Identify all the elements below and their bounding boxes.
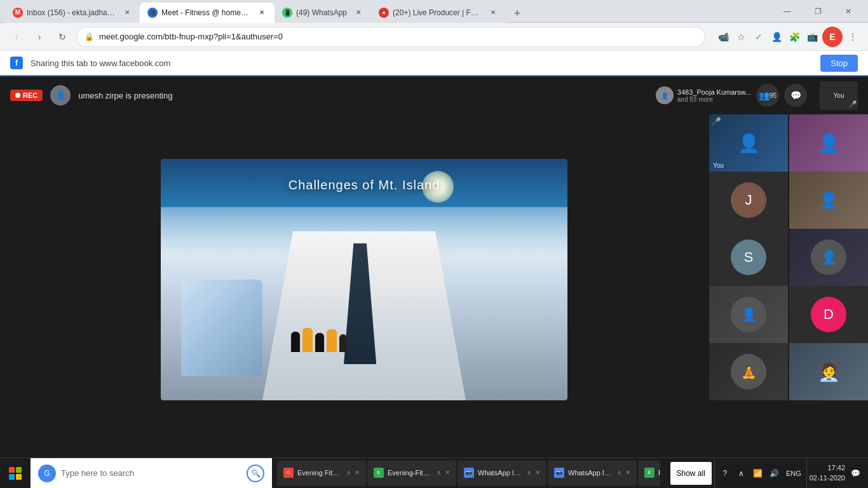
photo3-tile: 👤 bbox=[789, 229, 868, 286]
d-avatar: D bbox=[811, 297, 846, 332]
tab-gmail[interactable]: M Inbox (156) - ekta.jadhav@stmi... ✕ bbox=[5, 3, 140, 23]
photo3-avatar: 👤 bbox=[811, 240, 846, 275]
network-icon[interactable]: 📶 bbox=[750, 466, 766, 481]
recording-badge: REC bbox=[10, 90, 43, 101]
address-icons: 📹 ☆ ✓ 👤 🧩 📺 E ⋮ bbox=[715, 27, 860, 47]
jpeg2-close-icon[interactable]: ✕ bbox=[625, 469, 630, 476]
tab-group: M Inbox (156) - ekta.jadhav@stmi... ✕ 🎥 … bbox=[5, 0, 765, 23]
cast-icon[interactable]: 📺 bbox=[804, 29, 820, 44]
tab-whatsapp[interactable]: 📱 (49) WhatsApp ✕ bbox=[275, 3, 371, 23]
date-display: 02-11-2020 bbox=[810, 473, 845, 483]
side-panel: 👤 You 🎤 👤 J bbox=[709, 76, 868, 458]
tab-meet[interactable]: 🎥 Meet - Fitness @ home batc... ✕ bbox=[140, 3, 275, 23]
taskbar-item-jpeg2[interactable]: 📷 WhatsApp Image....jpeg ∧ ✕ bbox=[548, 461, 637, 486]
win-quad-4 bbox=[16, 474, 22, 480]
camera-icon[interactable]: 📹 bbox=[715, 29, 731, 44]
win-quad-1 bbox=[9, 467, 15, 473]
minimize-button[interactable]: — bbox=[773, 0, 802, 23]
taskbar-right: Show all ? ∧ 📶 🔊 ENG 17:42 02-11-2020 💬 bbox=[660, 458, 868, 489]
forward-button[interactable]: › bbox=[31, 28, 48, 46]
presentation-container: Challenges of Mt. Island bbox=[25, 114, 703, 445]
rec-dot bbox=[15, 93, 20, 98]
j-tile: J bbox=[709, 172, 788, 229]
slide-background: Challenges of Mt. Island bbox=[161, 159, 567, 400]
csv1-file-icon: E bbox=[374, 468, 384, 478]
notification-icon[interactable]: 💬 bbox=[848, 466, 863, 481]
bookmark-icon[interactable]: ☆ bbox=[733, 29, 749, 44]
stop-button[interactable]: Stop bbox=[820, 55, 858, 72]
start-button[interactable] bbox=[0, 458, 31, 489]
participants-button[interactable]: 👥 95 bbox=[756, 84, 779, 107]
you-label-top: You bbox=[834, 92, 844, 99]
meet-favicon: 🎥 bbox=[147, 8, 158, 18]
extensions-icon[interactable]: 🧩 bbox=[787, 29, 802, 44]
presentation-slide: Challenges of Mt. Island bbox=[161, 159, 567, 400]
taskbar-item-csv2[interactable]: E FYBCom-C (2020-1....csv ∧ ✕ bbox=[638, 461, 660, 486]
jpeg1-caret-icon: ∧ bbox=[527, 469, 531, 476]
jpeg1-file-icon: 📷 bbox=[464, 468, 474, 478]
participants-icon: 👥 bbox=[759, 90, 770, 100]
taskbar-item-csv1[interactable]: E Evening-Fitness-Ba....csv ∧ ✕ bbox=[367, 461, 456, 486]
profile-icon[interactable]: 👤 bbox=[769, 29, 784, 44]
search-circle-icon[interactable]: 🔍 bbox=[247, 464, 264, 482]
presenter-avatar: 👤 bbox=[50, 85, 71, 105]
taskbar-item-html-label: Evening Fitness B....html bbox=[297, 469, 342, 477]
meet-area: REC 👤 umesh zirpe is presenting 👤 3483_P… bbox=[0, 76, 868, 458]
menu-icon[interactable]: ⋮ bbox=[845, 29, 860, 44]
show-all-button[interactable]: Show all bbox=[670, 462, 712, 485]
photo6-person: 🧑‍💼 bbox=[818, 362, 840, 383]
csv1-close-icon[interactable]: ✕ bbox=[445, 469, 450, 476]
jpeg2-caret-icon: ∧ bbox=[617, 469, 621, 476]
account-avatar[interactable]: E bbox=[822, 27, 843, 47]
participant-count: 95 bbox=[770, 92, 776, 99]
whatsapp-favicon: 📱 bbox=[282, 8, 292, 18]
volume-icon[interactable]: 🔊 bbox=[767, 466, 782, 481]
search-placeholder-text: Type here to search bbox=[61, 468, 241, 478]
win-quad-2 bbox=[16, 467, 22, 473]
chat-icon: 💬 bbox=[790, 90, 801, 100]
close-button[interactable]: ✕ bbox=[834, 0, 863, 23]
mute-indicator: 🎤 bbox=[849, 97, 857, 109]
participant-avatar: 👤 bbox=[656, 86, 674, 104]
clock-area[interactable]: 17:42 02-11-2020 bbox=[810, 463, 845, 483]
refresh-button[interactable]: ↻ bbox=[53, 28, 71, 46]
excel-icon-2: E bbox=[648, 470, 651, 475]
top-right-bg: 👤 bbox=[789, 114, 868, 172]
top-right-tile: 👤 bbox=[789, 114, 868, 172]
back-button[interactable]: ‹ bbox=[8, 28, 25, 46]
url-text: meet.google.com/btb-fnup-mxp?pli=1&authu… bbox=[99, 32, 697, 41]
presenter-text: umesh zirpe is presenting bbox=[78, 91, 172, 100]
taskbar: G Type here to search 🔍 G Evening Fitnes… bbox=[0, 458, 868, 488]
search-logo-icon: G bbox=[44, 469, 50, 478]
tab-whatsapp-close[interactable]: ✕ bbox=[353, 8, 363, 18]
title-bar: M Inbox (156) - ekta.jadhav@stmi... ✕ 🎥 … bbox=[0, 0, 868, 23]
checkmark-icon[interactable]: ✓ bbox=[751, 29, 766, 44]
meet-top-icons: 👥 95 💬 bbox=[756, 84, 807, 107]
photo5-avatar: 🧘 bbox=[731, 354, 766, 390]
climbers-group bbox=[291, 328, 347, 352]
photo2-person: 👤 bbox=[819, 191, 838, 209]
taskbar-item-html[interactable]: G Evening Fitness B....html ∧ ✕ bbox=[277, 461, 366, 486]
jpeg1-close-icon[interactable]: ✕ bbox=[535, 469, 540, 476]
magnifier-icon: 🔍 bbox=[251, 469, 261, 478]
facebook-share-icon: f bbox=[10, 57, 23, 69]
you-tile-label: You bbox=[713, 162, 724, 169]
tab-gmail-close[interactable]: ✕ bbox=[122, 8, 132, 18]
d-tile: D bbox=[789, 286, 868, 343]
lock-icon: 🔒 bbox=[85, 32, 94, 41]
new-tab-button[interactable]: + bbox=[508, 5, 526, 23]
tab-facebook[interactable]: ● (20+) Live Producer | Facebo... ✕ bbox=[371, 3, 506, 23]
tab-facebook-close[interactable]: ✕ bbox=[488, 8, 498, 18]
chat-button[interactable]: 💬 bbox=[784, 84, 807, 107]
tab-meet-close[interactable]: ✕ bbox=[257, 8, 267, 18]
url-bar[interactable]: 🔒 meet.google.com/btb-fnup-mxp?pli=1&aut… bbox=[76, 27, 705, 47]
tab-facebook-title: (20+) Live Producer | Facebo... bbox=[393, 8, 482, 17]
maximize-button[interactable]: ❐ bbox=[803, 0, 832, 23]
taskbar-item-jpeg1[interactable]: 📷 WhatsApp Image....jpeg ∧ ✕ bbox=[458, 461, 546, 486]
html-close-icon[interactable]: ✕ bbox=[355, 469, 360, 476]
question-mark-icon[interactable]: ? bbox=[717, 466, 733, 481]
taskbar-search[interactable]: G Type here to search 🔍 bbox=[31, 458, 272, 489]
taskbar-center: G Evening Fitness B....html ∧ ✕ E Evenin… bbox=[272, 458, 660, 489]
you-video-person: 👤 bbox=[738, 133, 760, 154]
chevron-up-icon[interactable]: ∧ bbox=[734, 466, 749, 481]
